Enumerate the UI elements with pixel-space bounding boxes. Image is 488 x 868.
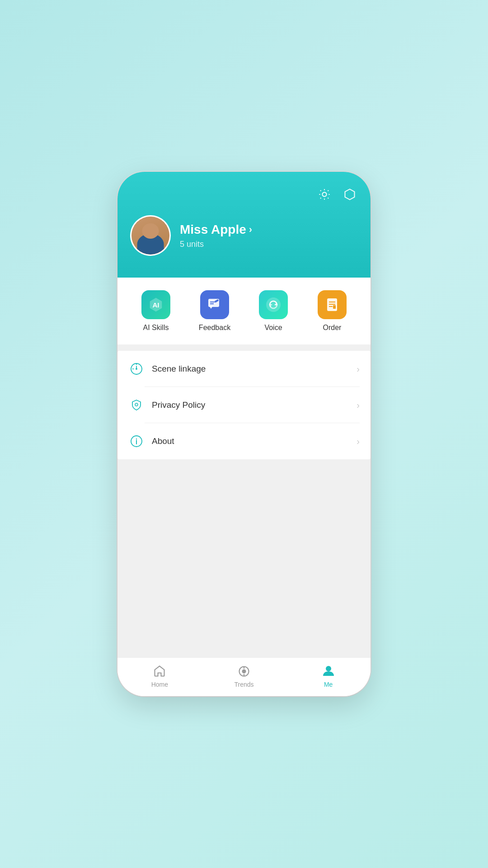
profile-name-button[interactable]: Miss Apple › [180,222,252,237]
svg-text:AI: AI [152,301,159,309]
svg-line-6 [328,198,328,198]
header-icons [130,186,358,203]
sun-icon [318,188,331,201]
profile-chevron-icon: › [249,224,252,236]
about-item[interactable]: About › [117,423,371,459]
phone-shell: Miss Apple › 5 units AI AI Skills [117,172,371,696]
voice-button[interactable]: Voice [255,290,291,332]
scene-linkage-item[interactable]: Scene linkage › [117,351,371,387]
profile-info: Miss Apple › 5 units [180,222,252,249]
profile-row: Miss Apple › 5 units [130,215,358,256]
scene-linkage-chevron: › [357,364,360,374]
about-icon [128,433,145,449]
privacy-policy-item[interactable]: Privacy Policy › [117,387,371,423]
home-icon [152,664,167,679]
ai-skills-label: AI Skills [143,324,169,332]
scene-icon [128,361,145,377]
svg-point-24 [136,368,137,370]
svg-point-27 [135,403,138,406]
about-label: About [152,436,357,446]
user-name-text: Miss Apple [180,222,246,237]
svg-point-32 [242,670,245,673]
privacy-policy-chevron: › [357,400,360,410]
nav-trends-label: Trends [234,681,253,688]
scene-linkage-label: Scene linkage [152,364,357,374]
privacy-icon [128,397,145,413]
svg-line-7 [320,198,321,198]
svg-point-16 [266,297,281,312]
feedback-icon [200,290,229,319]
feedback-label: Feedback [199,324,230,332]
nav-home-label: Home [151,681,168,688]
svg-marker-9 [345,189,355,199]
hexagon-settings-icon [343,188,356,201]
avatar[interactable] [130,215,171,256]
nav-me[interactable]: Me [306,664,351,688]
nav-me-label: Me [324,681,333,688]
user-units: 5 units [180,240,252,249]
privacy-policy-label: Privacy Policy [152,400,357,410]
ai-skills-button[interactable]: AI AI Skills [138,290,174,332]
nav-trends[interactable]: Trends [221,664,267,688]
svg-point-35 [326,666,331,671]
bottom-nav: Home Trends Me [117,657,371,696]
header-section: Miss Apple › 5 units [117,172,371,278]
svg-line-5 [320,190,321,191]
ai-skills-icon: AI [141,290,170,319]
about-chevron: › [357,436,360,447]
voice-icon [259,290,288,319]
settings-button[interactable] [342,186,358,203]
trends-icon [237,664,251,679]
person-icon [321,664,336,679]
main-content: AI AI Skills [117,278,371,657]
svg-point-30 [136,439,137,439]
svg-point-0 [322,192,326,196]
order-button[interactable]: Order [314,290,350,332]
quick-actions-card: AI AI Skills [117,278,371,344]
feedback-button[interactable]: Feedback [197,290,233,332]
brightness-button[interactable] [316,186,333,203]
svg-rect-21 [333,305,336,309]
order-icon [318,290,347,319]
order-label: Order [323,324,342,332]
menu-card: Scene linkage › Privacy Policy › [117,351,371,459]
voice-label: Voice [264,324,282,332]
svg-line-8 [328,190,328,191]
nav-home[interactable]: Home [137,664,182,688]
